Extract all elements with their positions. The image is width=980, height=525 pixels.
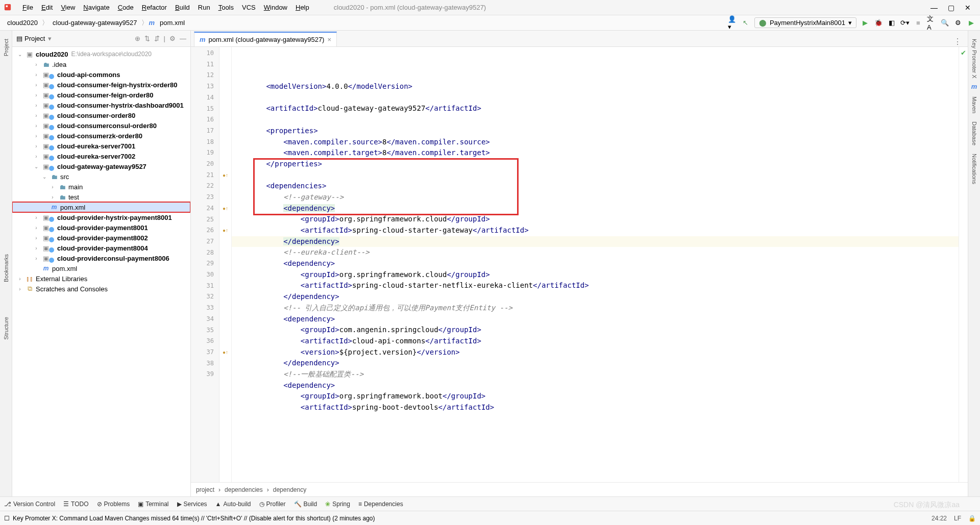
- editor-tab[interactable]: m pom.xml (cloud-gateway-gateway9527) ×: [194, 32, 337, 46]
- tree-arrow-icon[interactable]: ›: [33, 245, 40, 251]
- tree-row[interactable]: ›▣cloud-consumer-hystrix-dashboard9001: [12, 100, 190, 110]
- tree-arrow-icon[interactable]: ›: [33, 82, 40, 88]
- code-editor[interactable]: <modelVersion>4.0.0</modelVersion> <arti…: [232, 47, 959, 496]
- chevron-right-icon[interactable]: ›: [16, 286, 23, 292]
- tree-arrow-icon[interactable]: ›: [33, 133, 40, 139]
- tree-row[interactable]: ›🖿main: [12, 182, 190, 192]
- menu-build[interactable]: Build: [171, 2, 194, 13]
- tree-arrow-icon[interactable]: ›: [33, 72, 40, 78]
- tree-arrow-icon[interactable]: ›: [33, 103, 40, 108]
- status-icon[interactable]: ☐: [4, 515, 10, 522]
- tree-row[interactable]: ›🖿.idea: [12, 59, 190, 69]
- search-icon[interactable]: 🔍: [940, 18, 949, 28]
- notifications-tool-button[interactable]: Notifications: [971, 154, 977, 184]
- user-icon[interactable]: 👤▾: [728, 18, 737, 28]
- settings-icon[interactable]: ⚙: [953, 18, 963, 28]
- tree-row[interactable]: ›▣cloud-consumer-feign-hystrix-order80: [12, 80, 190, 90]
- tree-arrow-icon[interactable]: ›: [49, 194, 56, 200]
- translate-icon[interactable]: 文A: [927, 18, 936, 28]
- hide-icon[interactable]: —: [180, 35, 186, 42]
- close-button[interactable]: ✕: [965, 4, 971, 12]
- todo-button[interactable]: ☰TODO: [63, 501, 88, 508]
- tree-row[interactable]: mpom.xml: [12, 202, 190, 212]
- tree-row[interactable]: ›▣cloud-provider-payment8001: [12, 222, 190, 233]
- terminal-button[interactable]: ▣Terminal: [138, 501, 168, 508]
- collapse-icon[interactable]: ⇵: [154, 35, 160, 42]
- gear-icon[interactable]: ⚙: [169, 35, 176, 42]
- database-tool-button[interactable]: Database: [971, 121, 977, 145]
- tree-row[interactable]: ⌄🖿src: [12, 171, 190, 182]
- menu-code[interactable]: Code: [114, 2, 138, 13]
- tree-arrow-icon[interactable]: ›: [33, 62, 40, 67]
- menu-window[interactable]: Window: [260, 2, 291, 13]
- tree-row[interactable]: ›▣cloud-provider-payment8002: [12, 233, 190, 243]
- breadcrumb-file[interactable]: pom.xml: [157, 18, 188, 28]
- tree-arrow-icon[interactable]: ›: [33, 123, 40, 129]
- tree-external-libs[interactable]: › ⫿⫿ External Libraries: [12, 273, 190, 284]
- caret-position[interactable]: 24:22: [932, 515, 947, 522]
- tree-arrow-icon[interactable]: ›: [33, 92, 40, 98]
- tree-root[interactable]: ⌄ ▣ cloud2020 E:\idea-workspace\cloud202…: [12, 49, 190, 59]
- crumb-dependency[interactable]: dependency: [273, 486, 306, 493]
- menu-view[interactable]: View: [57, 2, 79, 13]
- chevron-down-icon[interactable]: ⌄: [16, 52, 23, 57]
- tree-row[interactable]: ›▣cloud-consumer-feign-order80: [12, 90, 190, 100]
- lock-icon[interactable]: 🔒: [968, 515, 976, 522]
- tree-arrow-icon[interactable]: ›: [33, 154, 40, 159]
- tree-arrow-icon[interactable]: ›: [33, 225, 40, 231]
- inspection-strip[interactable]: ✔: [959, 47, 968, 496]
- menu-navigate[interactable]: Navigate: [79, 2, 113, 13]
- tree-arrow-icon[interactable]: ›: [33, 235, 40, 241]
- coverage-button[interactable]: ◧: [887, 18, 896, 28]
- crumb-project[interactable]: project: [196, 486, 214, 493]
- problems-button[interactable]: ⊘Problems: [97, 501, 130, 508]
- tree-row[interactable]: ›🖿test: [12, 192, 190, 202]
- tree-row[interactable]: ⌄▣cloud-gateway-gateway9527: [12, 161, 190, 171]
- project-panel-title[interactable]: Project: [24, 35, 45, 42]
- debug-button[interactable]: 🐞: [874, 18, 883, 28]
- chevron-down-icon[interactable]: ▾: [48, 35, 52, 42]
- profile-button[interactable]: ⟳▾: [900, 18, 910, 28]
- tree-arrow-icon[interactable]: ⌄: [33, 164, 40, 169]
- services-button[interactable]: ▶Services: [177, 501, 207, 508]
- crumb-dependencies[interactable]: dependencies: [225, 486, 263, 493]
- tree-arrow-icon[interactable]: ›: [49, 184, 56, 190]
- maximize-button[interactable]: ▢: [948, 4, 954, 12]
- menu-edit[interactable]: Edit: [37, 2, 57, 13]
- structure-tool-button[interactable]: Structure: [3, 317, 9, 340]
- tree-arrow-icon[interactable]: ›: [33, 143, 40, 149]
- tree-row[interactable]: ›▣cloud-consumerzk-order80: [12, 131, 190, 141]
- version-control-button[interactable]: ⎇Version Control: [4, 501, 55, 508]
- run-button[interactable]: ▶: [861, 18, 870, 28]
- tree-row[interactable]: ›▣cloud-eureka-server7001: [12, 141, 190, 151]
- chevron-right-icon[interactable]: ›: [16, 276, 23, 282]
- dependencies-button[interactable]: ≡Dependencies: [358, 501, 403, 508]
- gutter-marks[interactable]: ●↑ ●↑ ●↑ ●↑: [219, 47, 232, 496]
- tree-row[interactable]: ›▣cloud-providerconsul-payment8006: [12, 253, 190, 263]
- tree-row[interactable]: ›▣cloud-consumer-order80: [12, 110, 190, 120]
- tree-row[interactable]: ›▣cloud-provider-hystrix-payment8001: [12, 212, 190, 222]
- menu-help[interactable]: Help: [291, 2, 313, 13]
- stop-button[interactable]: ■: [914, 18, 923, 28]
- tree-row[interactable]: ›▣cloud-provider-payment8004: [12, 243, 190, 253]
- tree-arrow-icon[interactable]: ›: [33, 256, 40, 261]
- line-separator[interactable]: LF: [954, 515, 961, 522]
- autobuild-button[interactable]: ▲Auto-build: [215, 501, 251, 508]
- project-tree[interactable]: ⌄ ▣ cloud2020 E:\idea-workspace\cloud202…: [12, 47, 190, 496]
- status-message[interactable]: Key Promoter X: Command Load Maven Chang…: [13, 515, 375, 522]
- locate-icon[interactable]: ⊕: [135, 35, 140, 42]
- spring-button[interactable]: ❀Spring: [325, 501, 350, 508]
- menu-tools[interactable]: Tools: [214, 2, 238, 13]
- menu-vcs[interactable]: VCS: [238, 2, 260, 13]
- maven-tool-button[interactable]: Maven: [971, 96, 977, 113]
- line-gutter[interactable]: 1011121314151617181920212223242526272829…: [191, 47, 219, 496]
- menu-run[interactable]: Run: [194, 2, 214, 13]
- tree-scratches[interactable]: › ⧉ Scratches and Consoles: [12, 284, 190, 294]
- tab-menu-icon[interactable]: ⋮: [947, 37, 968, 46]
- menu-refactor[interactable]: Refactor: [138, 2, 171, 13]
- back-arrow-icon[interactable]: ↖: [741, 18, 750, 28]
- tree-arrow-icon[interactable]: ⌄: [41, 174, 48, 180]
- tree-row[interactable]: mpom.xml: [12, 263, 190, 273]
- tree-arrow-icon[interactable]: ›: [33, 113, 40, 118]
- project-tool-button[interactable]: Project: [3, 39, 9, 56]
